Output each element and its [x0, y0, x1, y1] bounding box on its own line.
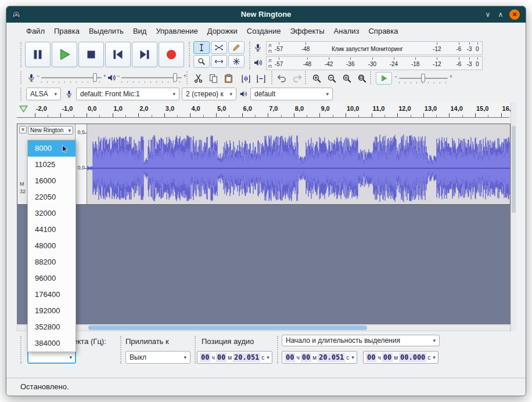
track-close-button[interactable]: ×: [19, 126, 27, 133]
paste-button[interactable]: [221, 71, 235, 85]
maximize-button[interactable]: ∧: [495, 9, 506, 20]
skip-end-button[interactable]: [132, 42, 157, 67]
draw-tool-button[interactable]: [228, 41, 245, 54]
sample-rate-option-88200[interactable]: 88200: [28, 254, 76, 270]
trim-outside-button[interactable]: [239, 71, 253, 85]
sample-rate-option-192000[interactable]: 192000: [28, 303, 76, 319]
menu-item-4[interactable]: Вид: [128, 23, 152, 40]
toolbar-grip[interactable]: [20, 71, 24, 84]
recording-meter[interactable]: Л П -57-48Клик запустит Мониторинг-12-6-…: [266, 41, 483, 55]
zoom-tool-button[interactable]: [193, 55, 210, 68]
toolbar-grip[interactable]: [189, 42, 192, 67]
titlebar[interactable]: New Ringtone ∨ ∧ ×: [6, 6, 526, 23]
skip-start-button[interactable]: [105, 42, 131, 67]
quick-play-triangle-icon[interactable]: [19, 104, 28, 114]
recording-channels-select[interactable]: 2 (стерео) к ▾: [182, 88, 236, 100]
menu-item-10[interactable]: Справка: [364, 23, 402, 40]
envelope-tool-button[interactable]: [211, 41, 227, 54]
toolbar-grip[interactable]: [20, 336, 24, 364]
menu-item-6[interactable]: Дорожки: [203, 23, 242, 40]
vertical-scrollbar[interactable]: [511, 103, 516, 331]
selection-start-time[interactable]: 00ч00м20.051с▾: [282, 351, 357, 364]
track-name-button[interactable]: New Rington ▾: [28, 126, 73, 135]
time-digits[interactable]: 00: [382, 353, 393, 362]
toolbar-grip[interactable]: [120, 336, 124, 364]
silence-selection-button[interactable]: [254, 71, 268, 85]
sample-rate-option-16000[interactable]: 16000: [28, 173, 76, 189]
project-rate-select[interactable]: ▾: [27, 351, 76, 364]
snap-to-select[interactable]: Выкл ▾: [125, 351, 190, 364]
chevron-down-icon[interactable]: ▾: [433, 354, 436, 360]
playback-meter[interactable]: Л П -57-48-42-36-30-24-18-12-6-30: [266, 56, 483, 70]
slider-thumb[interactable]: [421, 74, 425, 82]
play-speed-slider[interactable]: − +: [399, 73, 448, 84]
chevron-down-icon[interactable]: ▾: [351, 354, 354, 360]
timeshift-tool-button[interactable]: [211, 55, 227, 68]
horizontal-scrollbar-thumb[interactable]: [88, 325, 367, 330]
recording-device-select[interactable]: default: Front Mic:1 ▾: [76, 88, 179, 100]
toolbar-grip[interactable]: [186, 71, 190, 84]
vertical-scale-ruler[interactable]: 0,5 0,0: [76, 124, 87, 204]
play-at-speed-button[interactable]: [376, 72, 392, 85]
stop-button[interactable]: [78, 42, 104, 67]
waveform[interactable]: [87, 124, 510, 204]
recording-volume-slider[interactable]: − +: [41, 73, 102, 83]
multi-tool-button[interactable]: [228, 55, 245, 68]
vertical-scrollbar-thumb[interactable]: [512, 126, 516, 213]
record-button[interactable]: [159, 42, 184, 67]
menu-item-7[interactable]: Создание: [242, 23, 286, 40]
copy-button[interactable]: [206, 71, 220, 85]
time-digits[interactable]: 20.051: [233, 353, 260, 362]
toolbar-grip[interactable]: [370, 71, 373, 84]
chevron-down-icon[interactable]: ▾: [267, 354, 269, 360]
toolbar-grip[interactable]: [20, 88, 24, 100]
play-button[interactable]: [52, 42, 77, 67]
close-button[interactable]: ×: [509, 9, 520, 20]
undo-button[interactable]: [275, 71, 289, 85]
menu-item-3[interactable]: Выделить: [84, 23, 128, 40]
pause-button[interactable]: [25, 42, 51, 67]
sample-rate-option-96000[interactable]: 96000: [28, 270, 76, 287]
time-digits[interactable]: 20.051: [318, 353, 345, 362]
time-digits[interactable]: 00: [216, 353, 227, 362]
minimize-button[interactable]: ∨: [483, 9, 493, 20]
sample-rate-option-22050[interactable]: 22050: [28, 189, 76, 205]
time-digits[interactable]: 00: [366, 353, 376, 362]
cut-button[interactable]: [191, 71, 205, 85]
zoom-out-button[interactable]: [325, 71, 339, 85]
time-digits[interactable]: 00.000: [399, 353, 426, 362]
sample-rate-option-176400[interactable]: 176400: [28, 287, 76, 303]
zoom-fit-button[interactable]: [355, 71, 369, 85]
menu-item-5[interactable]: Управление: [151, 23, 202, 40]
sample-rate-option-48000[interactable]: 48000: [28, 238, 76, 254]
selection-length-time[interactable]: 00ч00м00.000с▾: [363, 351, 438, 364]
audio-track[interactable]: × New Rington ▾ М 32 0,5 0,0: [17, 124, 511, 205]
time-digits[interactable]: 00: [301, 353, 311, 362]
sample-rate-option-44100[interactable]: 44100: [28, 222, 76, 238]
time-digits[interactable]: 00: [200, 353, 210, 362]
zoom-in-button[interactable]: [310, 71, 323, 85]
audio-position-time[interactable]: 00ч00м20.051с▾: [197, 351, 272, 364]
zoom-selection-button[interactable]: [340, 71, 354, 85]
selection-tool-button[interactable]: [193, 41, 210, 54]
toolbar-grip[interactable]: [277, 336, 281, 364]
menu-item-9[interactable]: Анализ: [329, 23, 364, 40]
toolbar-grip[interactable]: [20, 42, 24, 67]
selection-mode-select[interactable]: Начало и длительность выделения ▾: [282, 335, 440, 346]
toolbar-grip[interactable]: [305, 71, 308, 84]
slider-thumb[interactable]: [173, 73, 177, 82]
audio-host-select[interactable]: ALSA ▾: [26, 88, 61, 100]
playback-volume-slider[interactable]: − +: [121, 73, 182, 83]
menu-item-1[interactable]: Файл: [21, 23, 49, 40]
menu-item-2[interactable]: Правка: [49, 23, 84, 40]
sample-rate-option-352800[interactable]: 352800: [28, 319, 76, 335]
sample-rate-option-11025[interactable]: 11025: [28, 157, 76, 173]
timeline-ruler[interactable]: -2,0-1,00,01,02,03,04,05,06,07,08,09,010…: [17, 103, 509, 118]
playback-device-select[interactable]: default ▾: [250, 88, 333, 100]
sample-rate-option-32000[interactable]: 32000: [28, 205, 76, 222]
sample-rate-option-384000[interactable]: 384000: [28, 335, 76, 352]
time-digits[interactable]: 00: [285, 353, 295, 362]
horizontal-scrollbar[interactable]: [17, 324, 511, 331]
menu-item-8[interactable]: Эффекты: [285, 23, 329, 40]
slider-thumb[interactable]: [93, 73, 97, 82]
